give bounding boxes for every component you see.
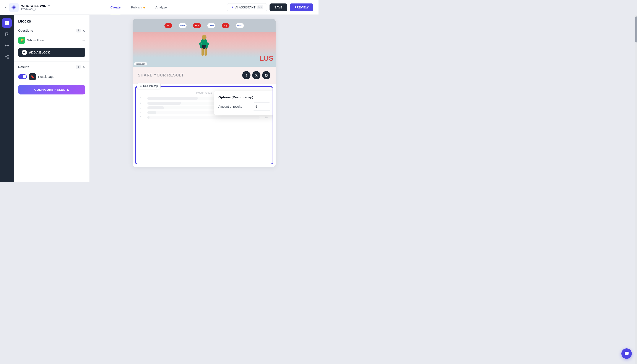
lisboa-badge-2: Lisboa: [207, 23, 215, 28]
sidebar-icon-blocks[interactable]: [2, 18, 12, 28]
publish-dot: [144, 7, 145, 8]
results-label: Results: [18, 65, 29, 69]
resize-handle-bottom-right[interactable]: [272, 163, 273, 164]
questions-chevron[interactable]: ∧: [82, 28, 85, 32]
svg-rect-14: [202, 48, 204, 56]
header-left: ‹ WHO WILL WIN ✏ Predictor i: [5, 2, 50, 12]
question-trophy-icon: 🏆: [18, 37, 25, 44]
svg-point-8: [8, 58, 9, 59]
svg-line-9: [6, 56, 7, 56]
facebook-icon: [244, 73, 248, 77]
questions-count: 1: [76, 28, 81, 32]
question-label: Who will win: [27, 38, 80, 42]
back-icon: ‹: [5, 5, 6, 10]
pexels-credit: pexels.com: [134, 62, 147, 66]
ai-assistant-label: AI ASSISTANT: [235, 6, 256, 9]
question-menu-icon[interactable]: ···: [82, 38, 85, 42]
svg-point-12: [202, 35, 206, 40]
facebook-share-button[interactable]: [242, 71, 250, 79]
lus-text: LUS: [260, 54, 274, 62]
amount-input-wrapper: ▲ ▼: [253, 102, 270, 111]
project-name-label: WHO WILL WIN: [21, 4, 46, 8]
results-count: 1: [76, 65, 81, 69]
add-block-button[interactable]: + ADD A BLOCK: [18, 48, 85, 57]
share-result-section: SHARE YOUR RESULT: [132, 67, 276, 84]
svg-rect-15: [204, 48, 207, 56]
svg-rect-3: [5, 23, 7, 25]
svg-point-7: [6, 56, 6, 58]
result-recap-box[interactable]: Result recap 1 45% 2 30%: [135, 86, 273, 164]
svg-rect-18: [266, 74, 267, 76]
copy-share-button[interactable]: [262, 71, 270, 79]
x-share-button[interactable]: [252, 71, 260, 79]
drag-handle-icon: ⠿: [140, 84, 142, 88]
share-result-label: SHARE YOUR RESULT: [138, 73, 184, 78]
sidebar-icon-settings[interactable]: [2, 41, 12, 50]
lisboa-badge-3: Lisboa: [236, 23, 244, 28]
edp-badge-1: edp: [164, 23, 172, 28]
preview-button[interactable]: PREVIEW: [290, 4, 313, 11]
sidebar-icon-share[interactable]: [2, 52, 12, 62]
canvas-area: edp Lisboa edp Lisboa edp Lisboa: [90, 15, 318, 182]
results-chevron[interactable]: ∧: [82, 65, 85, 69]
svg-rect-4: [7, 23, 9, 25]
svg-line-10: [6, 57, 7, 58]
copy-icon: [264, 74, 268, 77]
runner-svg: [196, 34, 213, 67]
save-button[interactable]: SAVE: [270, 4, 287, 11]
logo: [9, 2, 19, 12]
result-recap-tag-label: Result recap: [143, 84, 158, 88]
amount-of-results-label: Amount of results: [218, 105, 242, 108]
header-right: ✦ AI ASSISTANT ⌘K SAVE PREVIEW: [227, 3, 313, 11]
options-amount-row: Amount of results ▲ ▼: [218, 102, 270, 111]
results-section-header: Results 1 ∧: [14, 62, 90, 71]
tab-analyze[interactable]: Analyze: [155, 4, 167, 10]
configure-results-button[interactable]: CONFIGURE RESULTS: [18, 85, 85, 94]
resize-handle-bottom-left[interactable]: [135, 163, 137, 164]
share-icon: [5, 54, 9, 59]
header: ‹ WHO WILL WIN ✏ Predictor i Create Publ…: [0, 0, 318, 15]
svg-point-5: [6, 45, 8, 46]
question-item-who-will-win[interactable]: 🏆 Who will win ···: [14, 35, 90, 46]
tab-publish[interactable]: Publish: [131, 4, 145, 10]
ai-icon: ✦: [231, 5, 234, 9]
blocks-header-title: Blocks: [14, 15, 90, 26]
result-recap-container: ⠿ Result recap Result recap: [132, 86, 276, 164]
tab-create[interactable]: Create: [110, 4, 121, 10]
options-popup-title: Options (Result recap): [218, 95, 270, 99]
race-image-inner: edp Lisboa edp Lisboa edp Lisboa: [132, 19, 276, 67]
race-image: edp Lisboa edp Lisboa edp Lisboa: [132, 19, 276, 67]
ai-assistant-button[interactable]: ✦ AI ASSISTANT ⌘K: [227, 3, 267, 11]
result-page-toggle[interactable]: [18, 74, 27, 79]
amount-of-results-input[interactable]: [253, 103, 270, 110]
info-icon[interactable]: i: [32, 8, 36, 10]
resize-handle-top-right[interactable]: [272, 86, 273, 88]
project-type-row: Predictor i: [21, 8, 50, 10]
edit-project-icon[interactable]: ✏: [48, 4, 50, 7]
result-page-item[interactable]: 🔖 Result page: [14, 71, 90, 82]
resize-handle-top-left[interactable]: [135, 86, 137, 88]
preview-card: edp Lisboa edp Lisboa edp Lisboa: [132, 19, 276, 167]
svg-point-6: [8, 55, 9, 56]
project-name-row: WHO WILL WIN ✏: [21, 4, 50, 8]
result-page-label: Result page: [38, 75, 85, 78]
add-block-label: ADD A BLOCK: [29, 51, 50, 54]
blocks-panel: Blocks Questions 1 ∧ 🏆 Who will win ··· …: [14, 15, 90, 182]
questions-label: Questions: [18, 29, 33, 32]
svg-rect-2: [7, 21, 9, 23]
project-type-label: Predictor: [21, 8, 32, 10]
questions-section-header: Questions 1 ∧: [14, 26, 90, 35]
back-button[interactable]: ‹: [5, 5, 6, 10]
sidebar-icon-flag[interactable]: [2, 30, 12, 39]
flag-icon: [5, 32, 9, 36]
social-icons: [242, 71, 270, 79]
lisboa-badge-1: Lisboa: [179, 23, 186, 28]
result-page-icon: 🔖: [29, 73, 36, 80]
main-layout: Blocks Questions 1 ∧ 🏆 Who will win ··· …: [0, 15, 318, 182]
gear-icon: [5, 43, 9, 48]
questions-section-actions: 1 ∧: [76, 28, 85, 32]
results-section-actions: 1 ∧: [76, 65, 85, 69]
blocks-icon: [4, 20, 9, 25]
add-block-plus-icon: +: [22, 50, 27, 55]
edp-badge-2: edp: [193, 23, 201, 28]
